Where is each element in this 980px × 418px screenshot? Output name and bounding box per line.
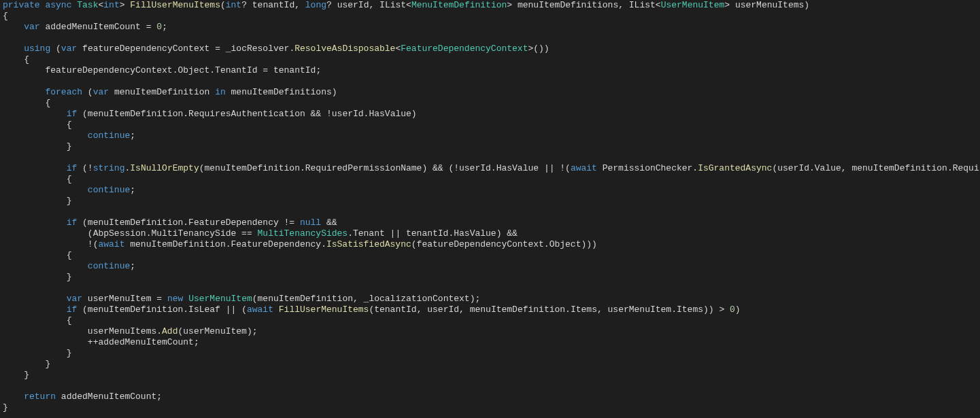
code-line: }	[3, 196, 71, 206]
keyword-async: async	[45, 0, 71, 10]
code-line: {	[3, 11, 8, 21]
param-tenantId: tenantId	[252, 0, 294, 10]
id-umi: userMenuItem	[183, 326, 247, 336]
keyword-await: await	[571, 163, 597, 173]
code-line: userMenuItems.Add(userMenuItem);	[3, 326, 258, 336]
code-line: }	[3, 402, 8, 413]
keyword-var: var	[93, 87, 109, 97]
id-amic: addedMenuItemCount	[61, 391, 156, 402]
id-lctx: _localizationContext	[364, 294, 470, 304]
id-userid: userId	[459, 163, 491, 173]
code-line: if (!string.IsNullOrEmpty(menuItemDefini…	[3, 163, 980, 173]
code-line: }	[3, 359, 50, 369]
prop-object: Object	[550, 239, 581, 249]
keyword-var: var	[67, 294, 82, 304]
prop-hasvalue: HasValue	[369, 109, 411, 119]
id-umi: userMenuItem	[608, 304, 672, 315]
fn-isnullorempty: IsNullOrEmpty	[130, 163, 199, 173]
keyword-var: var	[61, 43, 77, 54]
prop-reqperm: RequiredPermissionName	[953, 163, 980, 173]
id-tenantid: tenantId	[406, 228, 448, 239]
prop-reqperm: RequiredPermissionName	[305, 163, 422, 173]
code-line: {	[3, 315, 71, 326]
id-fdc: featureDependencyContext	[417, 239, 544, 249]
code-line: continue;	[3, 261, 135, 271]
keyword-in: in	[215, 87, 226, 97]
code-line: using (var featureDependencyContext = _i…	[3, 43, 550, 54]
id-amic: addedMenuItemCount	[98, 337, 193, 347]
type-umi: UserMenuItem	[188, 294, 252, 304]
code-line: featureDependencyContext.Object.TenantId…	[3, 65, 321, 75]
prop-object: Object	[178, 65, 209, 75]
keyword-private: private	[3, 0, 40, 10]
type-usermenuitem: UserMenuItem	[661, 0, 725, 10]
prop-tenantid: TenantId	[215, 65, 257, 75]
code-line: {	[3, 250, 71, 260]
enum-tenant: Tenant	[353, 228, 385, 239]
code-line: private async Task<int> FillUserMenuItem…	[3, 0, 809, 10]
id-tenantid: tenantId	[273, 65, 316, 75]
id-mids: menuItemDefinitions	[231, 87, 332, 97]
id-userid: userId	[427, 304, 459, 315]
prop-items: Items	[571, 304, 597, 315]
id-mid: menuItemDefinition	[88, 304, 183, 315]
id-umis: userMenuItems	[88, 326, 156, 336]
code-line: }	[3, 272, 71, 282]
keyword-return: return	[24, 391, 56, 402]
code-line: }	[3, 370, 29, 380]
prop-items: Items	[677, 304, 703, 315]
param-userMenuItems: userMenuItems	[735, 0, 804, 10]
code-line: ++addedMenuItemCount;	[3, 337, 199, 347]
id-tenantid: tenantId	[374, 304, 416, 315]
id-abpsession: AbpSession	[93, 228, 146, 239]
id-fdc: featureDependencyContext	[45, 65, 172, 75]
type-menuitemdefinition: MenuItemDefinition	[411, 0, 507, 10]
prop-featdep: FeatureDependency	[188, 217, 279, 228]
keyword-null: null	[300, 217, 321, 228]
var-umi: userMenuItem	[88, 294, 152, 304]
id-userid: userId	[777, 163, 809, 173]
type-ilist2: IList	[629, 0, 656, 10]
param-userId: userId	[337, 0, 369, 10]
code-line: var userMenuItem = new UserMenuItem(menu…	[3, 294, 480, 304]
code-line: foreach (var menuItemDefinition in menuI…	[3, 87, 337, 97]
fn-fillusermenuitems: FillUserMenuItems	[279, 304, 369, 315]
code-line: continue;	[3, 185, 135, 195]
var-addedMenuItemCount: addedMenuItemCount	[45, 22, 140, 32]
code-line: (AbpSession.MultiTenancySide == MultiTen…	[3, 228, 518, 239]
type-mtsides: MultiTenancySides	[258, 228, 348, 239]
keyword-var: var	[24, 22, 39, 32]
keyword-if: if	[67, 109, 78, 119]
code-line: return addedMenuItemCount;	[3, 391, 162, 402]
keyword-if: if	[67, 304, 78, 315]
var-fdc: featureDependencyContext	[82, 43, 209, 54]
type-ilist: IList	[379, 0, 406, 10]
prop-hasvalue: HasValue	[496, 163, 539, 173]
keyword-continue: continue	[88, 130, 130, 141]
keyword-await: await	[247, 304, 273, 315]
keyword-await: await	[98, 239, 124, 249]
prop-hasvalue: HasValue	[454, 228, 496, 239]
type-fdc: FeatureDependencyContext	[401, 43, 528, 54]
code-editor[interactable]: private async Task<int> FillUserMenuItem…	[0, 0, 980, 413]
code-line: if (menuItemDefinition.FeatureDependency…	[3, 217, 337, 228]
var-mid: menuItemDefinition	[114, 87, 209, 97]
type-task: Task	[77, 0, 98, 10]
prop-value: Value	[815, 163, 841, 173]
method-name: FillUserMenuItems	[130, 0, 220, 10]
code-line: {	[3, 120, 71, 130]
keyword-if: if	[67, 163, 78, 173]
prop-reqauth: RequiresAuthentication	[188, 109, 305, 119]
code-line: {	[3, 54, 29, 65]
keyword-if: if	[67, 217, 78, 228]
code-line: }	[3, 348, 71, 358]
code-line: var addedMenuItemCount = 0;	[3, 22, 167, 32]
id-userid: userId	[332, 109, 364, 119]
type-intq: int	[226, 0, 241, 10]
keyword-using: using	[24, 43, 50, 54]
code-line: if (menuItemDefinition.IsLeaf || (await …	[3, 304, 741, 315]
keyword-continue: continue	[88, 185, 130, 195]
code-line: !(await menuItemDefinition.FeatureDepend…	[3, 239, 597, 249]
keyword-int: int	[103, 0, 119, 10]
code-line: }	[3, 141, 71, 152]
